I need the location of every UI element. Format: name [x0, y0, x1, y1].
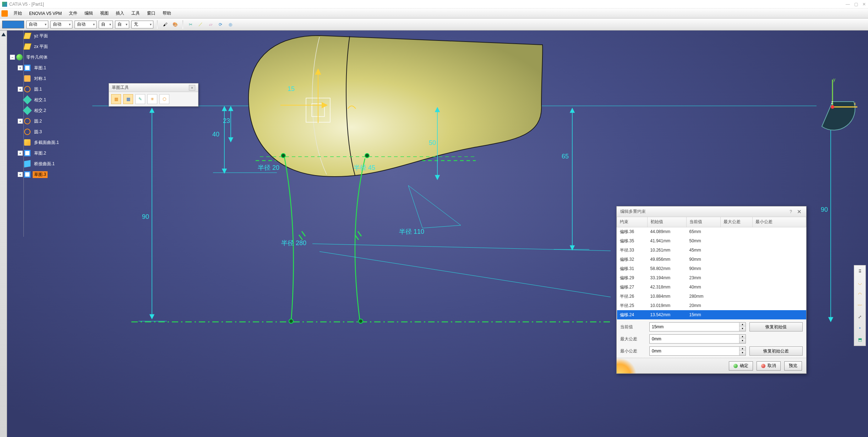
tree-node[interactable]: +草图.2 — [18, 148, 60, 158]
tree-label[interactable]: 草图.3 — [33, 171, 48, 178]
refresh-icon[interactable]: ⟳ — [217, 21, 224, 28]
spin-down-icon[interactable]: ▼ — [739, 327, 746, 331]
col-min-tol[interactable]: 最小公差 — [753, 217, 806, 227]
tree-node[interactable]: 多截面曲面.1 — [18, 137, 60, 148]
expand-icon[interactable] — [18, 161, 23, 166]
expand-icon[interactable]: + — [18, 172, 23, 177]
table-row[interactable]: 偏移.3541.941mm50mm — [617, 236, 806, 246]
trim-icon[interactable]: ✂ — [187, 21, 195, 28]
tree-node[interactable]: zx 平面 — [18, 41, 60, 52]
tree-node[interactable]: 桥接曲面.1 — [18, 158, 60, 169]
spin-up-icon[interactable]: ▲ — [739, 323, 746, 327]
grid-icon[interactable]: ▦ — [111, 94, 121, 104]
menu-enovia[interactable]: ENOVIA V5 VPM — [26, 10, 65, 17]
table-row[interactable]: 偏移.2933.194mm23mm — [617, 273, 806, 282]
tree-label[interactable]: 圆.3 — [33, 129, 43, 135]
expand-icon[interactable] — [18, 140, 23, 145]
preview-button[interactable]: 预览 — [784, 361, 802, 371]
tree-node[interactable]: yz 平面 — [18, 31, 60, 41]
snap-icon[interactable]: ▦ — [123, 94, 133, 104]
ok-button[interactable]: 确定 — [729, 361, 753, 371]
expand-icon[interactable]: + — [18, 87, 23, 92]
select-4[interactable]: 自 — [99, 21, 113, 28]
expand-icon[interactable]: + — [18, 119, 23, 124]
maximize-icon[interactable]: ▢ — [854, 2, 858, 7]
table-row[interactable]: 半径.3310.261mm45mm — [617, 246, 806, 255]
profile-icon[interactable]: ⬒ — [855, 335, 864, 344]
tree-node[interactable]: +草图.1 — [18, 63, 60, 73]
menu-edit[interactable]: 编辑 — [81, 9, 97, 17]
menu-insert[interactable]: 插入 — [112, 9, 128, 17]
gutter-arrow-icon[interactable] — [1, 33, 6, 36]
expand-icon[interactable] — [18, 129, 23, 134]
expand-icon[interactable] — [18, 76, 23, 81]
construction-icon[interactable]: ✎ — [135, 94, 145, 104]
tree-label[interactable]: 相交.1 — [33, 97, 48, 103]
tree-label[interactable]: 草图.2 — [33, 150, 48, 157]
tree-label[interactable]: zx 平面 — [33, 43, 49, 50]
restore-value-button[interactable]: 恢复初始值 — [749, 322, 803, 331]
expand-icon[interactable]: − — [10, 55, 15, 60]
expand-icon[interactable] — [18, 44, 23, 49]
menu-tools[interactable]: 工具 — [128, 9, 143, 17]
select-6[interactable]: 无 — [131, 21, 153, 28]
tree-node[interactable]: 相交.1 — [18, 95, 60, 105]
tree-label[interactable]: yz 平面 — [33, 33, 49, 39]
point-icon[interactable]: • — [855, 324, 864, 333]
tree-label[interactable]: 相交.2 — [33, 107, 48, 114]
min-tol-input[interactable]: ▲▼ — [649, 346, 746, 356]
menu-start[interactable]: 开始 — [10, 9, 26, 17]
table-row[interactable]: 偏移.3644.089mm65mm — [617, 227, 806, 236]
tree-node[interactable]: 相交.2 — [18, 105, 60, 116]
palette-close-icon[interactable]: × — [189, 85, 195, 91]
table-row[interactable]: 半径.2610.884mm280mm — [617, 292, 806, 301]
select-3[interactable]: 自动 — [75, 21, 97, 28]
dialog-close-icon[interactable]: ✕ — [797, 209, 803, 215]
tree-node[interactable]: 对称.1 — [18, 73, 60, 84]
expand-icon[interactable] — [18, 108, 23, 113]
orientation-triad[interactable]: z y x — [801, 77, 857, 134]
tree-node[interactable]: 圆.3 — [18, 126, 60, 137]
axis-icon[interactable]: ⤢ — [855, 312, 864, 322]
color-swatch[interactable] — [2, 21, 24, 28]
expand-icon[interactable]: + — [18, 65, 23, 70]
tree-node[interactable]: +圆.1 — [18, 84, 60, 95]
col-current[interactable]: 当前值 — [687, 217, 721, 227]
select-2[interactable]: 自动 — [50, 21, 72, 28]
tree-node[interactable]: +草图.3 — [18, 169, 60, 180]
tree-label[interactable]: 圆.1 — [33, 86, 43, 93]
tree-label[interactable]: 多截面曲面.1 — [33, 139, 60, 146]
tree-label[interactable]: 零件几何体 — [25, 54, 49, 61]
minimize-icon[interactable]: — — [846, 2, 850, 7]
max-tol-input[interactable]: ▲▼ — [649, 334, 746, 344]
handle-icon[interactable]: ⠿ — [855, 267, 864, 276]
menu-help[interactable]: 帮助 — [159, 9, 175, 17]
expand-icon[interactable]: + — [18, 151, 23, 156]
menu-window[interactable]: 窗口 — [143, 9, 159, 17]
current-value-input[interactable]: ▲▼ — [649, 322, 746, 331]
table-row[interactable]: 偏移.2413.542mm15mm — [617, 310, 806, 319]
col-initial[interactable]: 初始值 — [648, 217, 687, 227]
table-row[interactable]: 偏移.3249.856mm90mm — [617, 255, 806, 264]
dialog-help-icon[interactable]: ? — [790, 209, 792, 214]
tree-label[interactable]: 对称.1 — [33, 75, 48, 82]
edge-icon[interactable]: ／ — [197, 21, 204, 28]
spline-icon[interactable]: 〰 — [855, 301, 864, 310]
erase-icon[interactable]: ▱ — [207, 21, 214, 28]
select-5[interactable]: 自 — [115, 21, 129, 28]
menu-view[interactable]: 视图 — [97, 9, 112, 17]
table-row[interactable]: 偏移.2742.318mm40mm — [617, 282, 806, 292]
dialog-header[interactable]: 编辑多重约束 ? ✕ — [617, 206, 806, 217]
geom-constraint-icon[interactable]: ⬡ — [159, 94, 169, 104]
standard-icon[interactable]: ✳ — [147, 94, 157, 104]
tree-node[interactable]: −零件几何体 — [10, 52, 60, 63]
palette-icon[interactable]: 🎨 — [171, 21, 179, 28]
cancel-button[interactable]: 取消 — [757, 361, 781, 371]
target-icon[interactable]: ◎ — [226, 21, 234, 28]
col-constraint[interactable]: 约束 — [617, 217, 648, 227]
app-menu-icon[interactable] — [1, 10, 8, 17]
select-1[interactable]: 自动 — [26, 21, 48, 28]
brush-icon[interactable]: 🖌 — [161, 21, 169, 28]
expand-icon[interactable] — [18, 97, 23, 102]
expand-icon[interactable] — [18, 33, 23, 38]
